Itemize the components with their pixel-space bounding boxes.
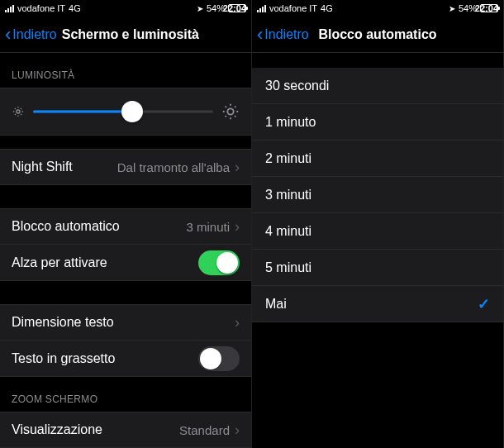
autolock-option[interactable]: 4 minuti (252, 213, 503, 250)
view-value: Standard (179, 423, 230, 437)
chevron-right-icon: › (235, 314, 240, 331)
night-shift-value: Dal tramonto all'alba (117, 160, 230, 174)
location-icon: ➤ (197, 4, 203, 13)
status-bar: vodafone IT 4G 22:04 ➤ 54% (252, 0, 503, 17)
chevron-left-icon: ‹ (257, 26, 263, 44)
textsize-label: Dimensione testo (12, 315, 235, 330)
battery-icon (480, 4, 498, 12)
screen-display-brightness: vodafone IT 4G 22:04 ➤ 54% ‹ Indietro Sc… (0, 0, 252, 448)
autolock-label: Blocco automatico (12, 219, 186, 234)
brightness-header: LUMINOSITÀ (0, 53, 251, 88)
textsize-row[interactable]: Dimensione testo › (0, 304, 251, 341)
autolock-option[interactable]: 30 secondi (252, 68, 503, 104)
carrier-label: vodafone IT (269, 3, 317, 13)
boldtext-label: Testo in grassetto (12, 351, 198, 366)
option-label: 1 minuto (265, 115, 490, 130)
night-shift-label: Night Shift (12, 160, 117, 174)
sun-low-icon (12, 105, 25, 118)
option-label: 2 minuti (265, 151, 490, 166)
chevron-right-icon: › (235, 422, 240, 439)
battery-pct: 54% (459, 3, 477, 13)
page-title: Schermo e luminosità (62, 27, 246, 42)
checkmark-icon: ✓ (478, 295, 490, 313)
autolock-value: 3 minuti (186, 220, 230, 234)
svg-point-1 (227, 108, 233, 114)
autolock-option[interactable]: 5 minuti (252, 250, 503, 286)
option-label: Mai (265, 297, 478, 312)
network-label: 4G (69, 3, 81, 13)
view-row[interactable]: Visualizzazione Standard › (0, 412, 251, 448)
sun-high-icon (221, 102, 240, 121)
view-label: Visualizzazione (12, 422, 179, 437)
signal-icon (257, 5, 266, 12)
back-button[interactable]: ‹ Indietro (5, 26, 57, 44)
back-label: Indietro (12, 27, 56, 42)
autolock-option-selected[interactable]: Mai ✓ (252, 286, 503, 322)
boldtext-row: Testo in grassetto (0, 341, 251, 377)
status-bar: vodafone IT 4G 22:04 ➤ 54% (0, 0, 251, 17)
chevron-left-icon: ‹ (5, 26, 11, 44)
location-icon: ➤ (449, 4, 455, 13)
back-label: Indietro (264, 27, 308, 42)
raise-label: Alza per attivare (12, 255, 198, 270)
nav-bar: ‹ Indietro Schermo e luminosità (0, 17, 251, 53)
autolock-option[interactable]: 2 minuti (252, 141, 503, 177)
autolock-option[interactable]: 1 minuto (252, 104, 503, 141)
carrier-label: vodafone IT (17, 3, 65, 13)
svg-point-0 (17, 110, 20, 113)
option-label: 30 secondi (265, 79, 490, 93)
boldtext-toggle[interactable] (198, 346, 240, 371)
battery-icon (228, 4, 246, 12)
nav-bar: ‹ Indietro Blocco automatico (252, 17, 503, 53)
night-shift-row[interactable]: Night Shift Dal tramonto all'alba › (0, 149, 251, 185)
back-button[interactable]: ‹ Indietro (257, 26, 309, 44)
signal-icon (5, 5, 14, 12)
raise-toggle[interactable] (198, 250, 240, 275)
autolock-row[interactable]: Blocco automatico 3 minuti › (0, 208, 251, 245)
raise-row: Alza per attivare (0, 245, 251, 281)
screen-autolock: vodafone IT 4G 22:04 ➤ 54% ‹ Indietro Bl… (252, 0, 504, 448)
brightness-slider[interactable] (33, 100, 213, 123)
network-label: 4G (321, 3, 333, 13)
autolock-option[interactable]: 3 minuti (252, 177, 503, 213)
chevron-right-icon: › (235, 159, 240, 176)
option-label: 5 minuti (265, 260, 490, 275)
option-label: 3 minuti (265, 188, 490, 203)
battery-pct: 54% (207, 3, 225, 13)
chevron-right-icon: › (235, 218, 240, 236)
brightness-row (0, 88, 251, 136)
option-label: 4 minuti (265, 224, 490, 239)
zoom-header: ZOOM SCHERMO (0, 377, 251, 412)
